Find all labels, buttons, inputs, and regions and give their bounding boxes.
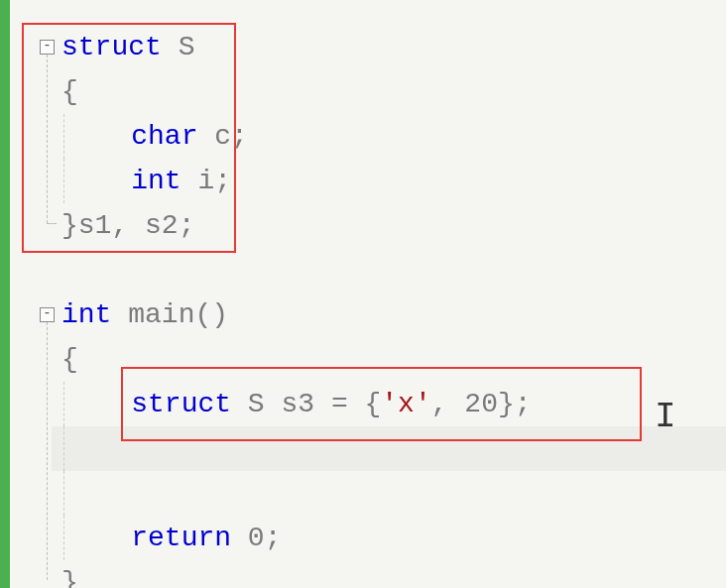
code-line[interactable]: struct S: [61, 25, 194, 69]
token-id: i: [197, 166, 214, 196]
token-ch: 'x': [381, 389, 430, 419]
code-line[interactable]: {: [61, 69, 78, 114]
token-pn: ,: [431, 389, 465, 419]
indent-guide: [63, 426, 64, 471]
code-line[interactable]: int i;: [61, 159, 231, 203]
token-tn: S: [179, 32, 195, 62]
code-line[interactable]: return 0;: [61, 516, 281, 560]
indent-guide: [63, 516, 64, 560]
token-sc: ;: [179, 210, 195, 241]
code-line[interactable]: {: [61, 337, 78, 382]
token-ty: char: [131, 121, 214, 152]
token-pn: }: [498, 389, 515, 419]
token-id: s1: [78, 210, 112, 241]
token-tn: S: [248, 389, 282, 419]
code-line[interactable]: [61, 426, 131, 471]
code-area[interactable]: struct S{ char c; int i;}s1, s2;int main…: [52, 0, 726, 588]
fold-gutter: --: [10, 0, 52, 588]
code-line[interactable]: }s1, s2;: [61, 203, 194, 248]
token-kw: struct: [61, 32, 179, 62]
token-nu: 0: [248, 523, 265, 553]
token-kw: return: [131, 523, 248, 553]
token-pn: {: [364, 389, 381, 419]
token-sc: ;: [265, 523, 282, 553]
token-pn: {: [61, 76, 78, 107]
code-line[interactable]: int main(): [61, 293, 228, 337]
code-line[interactable]: struct S s3 = {'x', 20};: [61, 382, 532, 426]
token-pn: ,: [111, 210, 145, 241]
token-pn: }: [61, 210, 78, 241]
indent-guide: [63, 114, 64, 159]
code-line[interactable]: [61, 471, 131, 516]
token-nu: 20: [464, 389, 498, 419]
token-id: c: [214, 121, 231, 152]
token-sc: ;: [231, 121, 248, 152]
token-id: main: [128, 299, 194, 330]
token-id: s3: [281, 389, 330, 419]
code-line[interactable]: char c;: [61, 114, 248, 159]
token-id: s2: [145, 210, 179, 241]
text-cursor: I: [655, 397, 676, 437]
token-sc: ;: [214, 166, 231, 196]
token-kw: struct: [131, 389, 248, 419]
indent-guide: [63, 159, 64, 203]
token-op: =: [331, 389, 365, 419]
token-pn: {: [61, 344, 78, 375]
token-ty: int: [131, 166, 197, 196]
indent-guide: [63, 382, 64, 426]
token-ty: int: [61, 299, 128, 330]
fold-guide-line: [47, 322, 48, 580]
token-pn: (): [194, 299, 228, 330]
fold-guide-line: [47, 55, 48, 223]
indent-guide: [63, 471, 64, 516]
token-sc: ;: [515, 389, 532, 419]
code-line[interactable]: }: [61, 560, 78, 588]
token-pn: }: [61, 567, 78, 588]
change-marker-bar: [0, 0, 10, 588]
